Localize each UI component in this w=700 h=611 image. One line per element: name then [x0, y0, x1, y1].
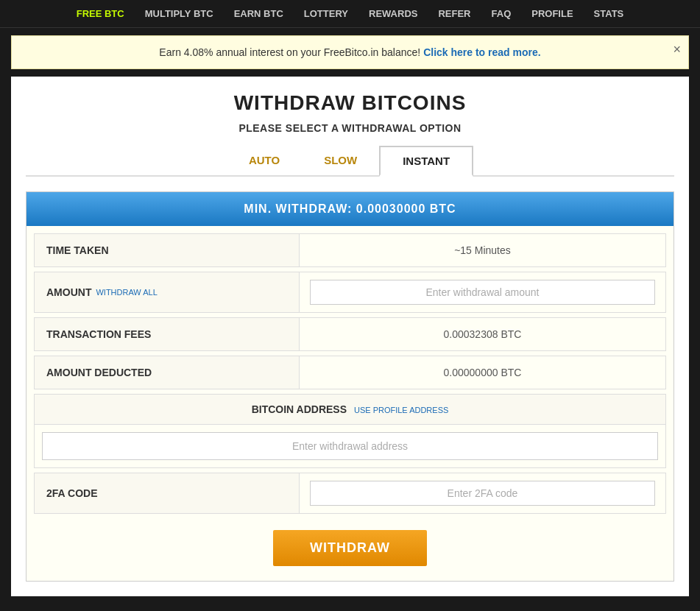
twofa-input[interactable] — [310, 481, 655, 506]
table-row: 2FA CODE — [34, 473, 666, 514]
table-row: TRANSACTION FEES 0.00032308 BTC — [34, 317, 666, 351]
table-row: AMOUNT DEDUCTED 0.00000000 BTC — [34, 356, 666, 389]
close-icon[interactable]: × — [673, 42, 681, 57]
withdraw-header: MIN. WITHDRAW: 0.00030000 BTC — [26, 192, 674, 226]
main-content: WITHDRAW BITCOINS PLEASE SELECT A WITHDR… — [11, 77, 689, 596]
tab-auto[interactable]: AUTO — [227, 146, 302, 177]
page-subtitle: PLEASE SELECT A WITHDRAWAL OPTION — [26, 122, 674, 134]
info-banner: Earn 4.08% annual interest on your FreeB… — [11, 35, 689, 69]
nav-rewards[interactable]: REWARDS — [358, 1, 428, 27]
nav-profile[interactable]: PROFILE — [521, 1, 583, 27]
amount-label: AMOUNT WITHDRAW ALL — [35, 272, 300, 312]
nav-stats[interactable]: STATS — [584, 1, 634, 27]
address-input-wrap — [35, 425, 665, 467]
withdrawal-tabs: AUTO SLOW INSTANT — [26, 146, 674, 177]
tab-slow[interactable]: SLOW — [302, 146, 379, 177]
address-row: BITCOIN ADDRESS USE PROFILE ADDRESS — [34, 394, 666, 468]
main-nav: FREE BTC MULTIPLY BTC EARN BTC LOTTERY R… — [0, 0, 700, 28]
nav-lottery[interactable]: LOTTERY — [294, 1, 358, 27]
address-label: BITCOIN ADDRESS USE PROFILE ADDRESS — [35, 395, 665, 425]
page-title: WITHDRAW BITCOINS — [26, 91, 674, 115]
transaction-fees-label: TRANSACTION FEES — [35, 318, 300, 350]
address-input[interactable] — [42, 432, 658, 460]
nav-refer[interactable]: REFER — [428, 1, 481, 27]
tab-instant[interactable]: INSTANT — [379, 146, 473, 177]
amount-deducted-label: AMOUNT DEDUCTED — [35, 356, 300, 389]
time-taken-value: ~15 Minutes — [300, 234, 665, 266]
banner-link[interactable]: Click here to read more. — [423, 46, 541, 58]
nav-multiply-btc[interactable]: MULTIPLY BTC — [135, 1, 224, 27]
twofa-value — [300, 473, 665, 513]
table-row: AMOUNT WITHDRAW ALL — [34, 272, 666, 313]
nav-faq[interactable]: FAQ — [481, 1, 522, 27]
time-taken-label: TIME TAKEN — [35, 234, 300, 266]
banner-text: Earn 4.08% annual interest on your FreeB… — [159, 46, 420, 58]
withdraw-body: TIME TAKEN ~15 Minutes AMOUNT WITHDRAW A… — [26, 226, 674, 581]
amount-input[interactable] — [310, 280, 655, 305]
transaction-fees-value: 0.00032308 BTC — [300, 318, 665, 350]
withdraw-box: MIN. WITHDRAW: 0.00030000 BTC TIME TAKEN… — [26, 191, 674, 582]
withdraw-button[interactable]: WITHDRAW — [273, 530, 427, 566]
withdraw-all-link[interactable]: WITHDRAW ALL — [96, 288, 157, 297]
amount-deducted-value: 0.00000000 BTC — [300, 356, 665, 389]
withdraw-button-wrap: WITHDRAW — [34, 518, 666, 573]
twofa-label: 2FA CODE — [35, 473, 300, 513]
amount-value — [300, 272, 665, 312]
nav-free-btc[interactable]: FREE BTC — [66, 1, 135, 27]
nav-earn-btc[interactable]: EARN BTC — [224, 1, 294, 27]
use-profile-address-link[interactable]: USE PROFILE ADDRESS — [354, 406, 448, 414]
table-row: TIME TAKEN ~15 Minutes — [34, 233, 666, 267]
